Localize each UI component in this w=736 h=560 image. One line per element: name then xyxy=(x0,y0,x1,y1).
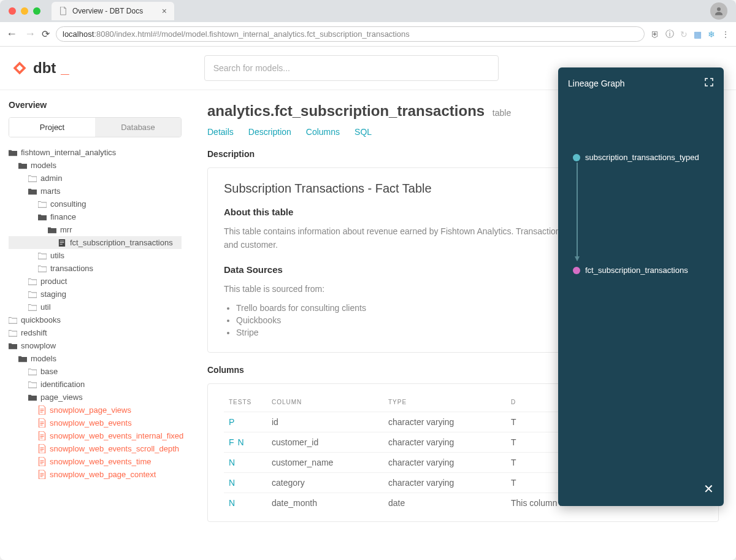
brand-caret: _ xyxy=(61,59,69,77)
tree-folder[interactable]: identification xyxy=(9,378,182,391)
tree-folder[interactable]: models xyxy=(9,159,182,172)
window-minimize-button[interactable] xyxy=(21,7,28,15)
lineage-node-source[interactable]: subscription_transactions_typed xyxy=(573,153,699,162)
tab-description[interactable]: Description xyxy=(248,127,291,137)
cell-type: character varying xyxy=(383,453,506,473)
tree-file[interactable]: fct_subscription_transactions xyxy=(9,236,182,249)
tree-folder[interactable]: consulting xyxy=(9,198,182,210)
cell-column: date_month xyxy=(267,493,383,513)
tree-folder[interactable]: snowplow xyxy=(9,339,182,352)
cell-column: customer_id xyxy=(267,432,383,453)
window-close-button[interactable] xyxy=(9,7,16,15)
tree-label: marts xyxy=(40,186,61,196)
shield-icon[interactable]: ⛨ xyxy=(651,29,659,39)
lineage-node-target[interactable]: fct_subscription_transactions xyxy=(573,266,688,275)
model-type: table xyxy=(493,108,511,118)
tree-folder[interactable]: page_views xyxy=(9,391,182,404)
tree-folder[interactable]: util xyxy=(9,301,182,313)
svg-point-0 xyxy=(717,7,721,11)
tree-label: mrr xyxy=(60,225,72,234)
tree-file[interactable]: snowplow_web_page_context xyxy=(9,468,182,481)
model-name: analytics.fct_subscription_transactions xyxy=(207,102,485,119)
sidebar-heading: Overview xyxy=(9,100,182,110)
back-button[interactable]: ← xyxy=(6,28,17,40)
tree-folder[interactable]: base xyxy=(9,365,182,378)
tree-label: admin xyxy=(40,174,62,183)
search-input[interactable] xyxy=(204,55,499,81)
tree-folder[interactable]: marts xyxy=(9,185,182,198)
snowflake-icon[interactable]: ❄ xyxy=(708,29,715,39)
lineage-edge xyxy=(577,163,578,261)
lineage-graph[interactable]: subscription_transactions_typed fct_subs… xyxy=(568,150,714,445)
refresh-disabled-icon: ↻ xyxy=(680,29,688,39)
tree-file[interactable]: snowplow_page_views xyxy=(9,404,182,416)
tree-file[interactable]: snowplow_web_events xyxy=(9,416,182,429)
tree-label: redshift xyxy=(21,328,47,337)
th-tests: TESTS xyxy=(224,393,267,412)
tree-label: snowplow_web_events_time xyxy=(50,457,151,466)
tree-label: snowplow_web_events_internal_fixed xyxy=(50,431,183,440)
tree-folder[interactable]: utils xyxy=(9,249,182,262)
tree-folder[interactable]: redshift xyxy=(9,326,182,339)
tree-label: transactions xyxy=(50,264,93,273)
close-icon[interactable]: ✕ xyxy=(703,481,714,496)
tab-bar: Overview - DBT Docs × xyxy=(0,0,736,22)
browser-chrome: Overview - DBT Docs × ← → ⟳ localhost:80… xyxy=(0,0,736,47)
forward-button[interactable]: → xyxy=(25,28,36,40)
tree-label: identification xyxy=(40,380,85,389)
tree-label: snowplow_web_events_scroll_depth xyxy=(50,444,179,453)
lineage-title: Lineage Graph xyxy=(568,79,625,88)
tree-label: fishtown_internal_analytics xyxy=(21,148,116,157)
url-bar[interactable]: localhost:8080/index.html#!/model/model.… xyxy=(56,26,645,42)
window-maximize-button[interactable] xyxy=(33,7,40,15)
url-path: /index.html#!/model/model.fishtown_inter… xyxy=(114,29,410,39)
tree-label: snowplow_page_views xyxy=(50,405,131,415)
tree-folder[interactable]: quickbooks xyxy=(9,313,182,326)
menu-icon[interactable]: ⋮ xyxy=(721,29,730,39)
cell-type: character varying xyxy=(383,412,506,432)
file-tree: fishtown_internal_analyticsmodelsadminma… xyxy=(9,146,182,481)
expand-icon[interactable] xyxy=(704,77,714,89)
info-icon[interactable]: ⓘ xyxy=(665,29,674,40)
tab-sql[interactable]: SQL xyxy=(355,127,372,137)
tree-label: models xyxy=(31,161,56,170)
tree-label: base xyxy=(40,367,58,376)
brand-logo[interactable]: dbt_ xyxy=(11,59,69,77)
cell-tests: N xyxy=(224,473,267,493)
cell-column: category xyxy=(267,473,383,493)
tree-folder[interactable]: staging xyxy=(9,288,182,301)
tree-folder[interactable]: fishtown_internal_analytics xyxy=(9,146,182,159)
browser-action-icons: ⛨ ⓘ ↻ ▦ ❄ ⋮ xyxy=(651,29,730,40)
tree-folder[interactable]: product xyxy=(9,275,182,288)
node-label: subscription_transactions_typed xyxy=(585,153,699,162)
sidebar-tab-database[interactable]: Database xyxy=(95,118,181,137)
tree-folder[interactable]: mrr xyxy=(9,223,182,236)
tree-file[interactable]: snowplow_web_events_scroll_depth xyxy=(9,442,182,455)
page-icon xyxy=(59,7,67,15)
tab-close-icon[interactable]: × xyxy=(162,6,167,16)
sidebar-tabs: Project Database xyxy=(9,117,182,137)
tree-label: product xyxy=(40,277,67,286)
extension-icon[interactable]: ▦ xyxy=(694,29,702,39)
tree-label: utils xyxy=(50,251,64,260)
lineage-header: Lineage Graph xyxy=(568,77,714,89)
th-column: COLUMN xyxy=(267,393,383,412)
tab-columns[interactable]: Columns xyxy=(306,127,340,137)
browser-tab[interactable]: Overview - DBT Docs × xyxy=(52,2,174,20)
tree-label: consulting xyxy=(50,199,86,209)
sidebar-tab-project[interactable]: Project xyxy=(9,118,95,137)
tree-folder[interactable]: transactions xyxy=(9,262,182,275)
tree-folder[interactable]: admin xyxy=(9,172,182,185)
profile-avatar[interactable] xyxy=(710,2,727,20)
brand-text: dbt xyxy=(33,59,56,77)
tree-file[interactable]: snowplow_web_events_time xyxy=(9,455,182,468)
tree-folder[interactable]: models xyxy=(9,352,182,365)
tab-details[interactable]: Details xyxy=(207,127,234,137)
tree-label: snowplow_web_events xyxy=(50,418,132,428)
cell-column: customer_name xyxy=(267,453,383,473)
tree-file[interactable]: snowplow_web_events_internal_fixed xyxy=(9,429,182,442)
node-dot-icon xyxy=(573,154,580,161)
refresh-button[interactable]: ⟳ xyxy=(42,28,50,40)
cell-type: date xyxy=(383,493,506,513)
tree-folder[interactable]: finance xyxy=(9,210,182,223)
